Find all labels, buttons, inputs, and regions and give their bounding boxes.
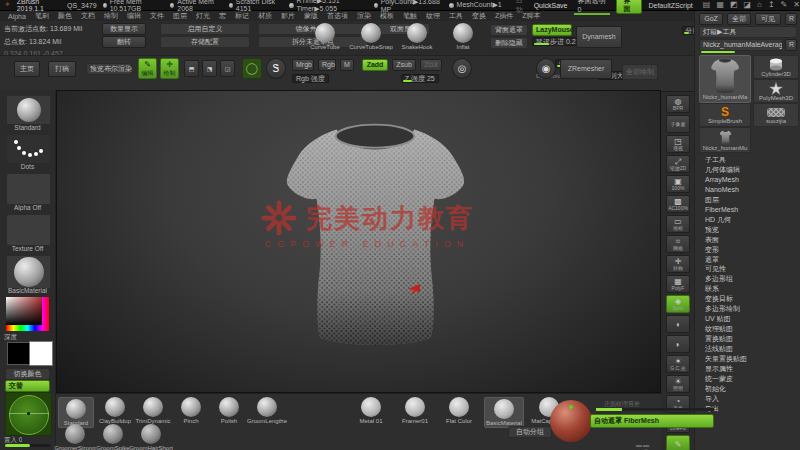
subpalette-item[interactable]: 变形 [705,245,799,255]
shelf-tool-button[interactable]: ▦ PolyF [666,275,690,293]
brush-item[interactable]: GroomHairShort [134,424,168,450]
auto-group-button[interactable]: 自动分组 [508,426,552,438]
current-material-button[interactable] [6,255,51,289]
zsub-button[interactable]: Zsub [392,59,416,71]
lightbox-tool-bar[interactable]: 灯箱▶工具 [699,26,797,38]
rotate-mode-button[interactable]: ◲ [220,60,235,77]
rgb-intensity-slider[interactable]: Rgb 强度 [292,74,329,83]
brush-item[interactable]: Pinch [174,397,208,424]
shelf-tool-button[interactable]: ✎ [666,435,690,450]
subpalette-item[interactable]: ArrayMesh [705,175,799,185]
shelf-tool-button[interactable]: 子像素 [666,115,690,133]
tool-thumb-shirt2[interactable]: Nickz_humanMu [699,127,751,153]
automask-fibermesh-button[interactable]: 自动遮罩 FiberMesh [590,414,714,428]
brush-item[interactable]: ClayBuildup [98,397,132,424]
shelf-tool-button[interactable]: ◗ [666,335,690,353]
edit-mode-button[interactable]: ✎编辑 [138,58,157,79]
user-icon[interactable]: ◩ [730,1,738,9]
lazymouse-button[interactable]: LazyMouse [532,24,572,36]
quicksave-button[interactable]: QuickSave [534,2,568,9]
menu-item[interactable]: 笔刷 [35,11,49,21]
subpalette-item[interactable]: 多边形绘制 [705,304,799,314]
brush-item[interactable]: GroomSpike [96,424,130,450]
z-intensity-slider[interactable]: Z 强度 25 [401,74,439,83]
delete-hidden-button[interactable]: 删除隐藏 [490,37,528,49]
draw-size-icon[interactable]: ◎ [452,58,472,79]
move-mode-button[interactable]: ⬒ [184,60,199,77]
enable-custom-button[interactable]: 启用自定义 [160,23,250,35]
brush-item[interactable]: GroomerStrong [58,424,92,450]
goz-visible-button[interactable]: 可见 [755,13,781,25]
shelf-tool-button[interactable]: ✶ G.C.光 [666,355,690,373]
tab-draft[interactable]: 打稿 [48,61,76,77]
subpalette-item[interactable]: 子工具 [705,155,799,165]
upload-icon[interactable]: ↥ [768,1,775,9]
home-icon[interactable]: ⌂ [757,1,762,9]
subpalette-item[interactable]: 几何体编辑 [705,165,799,175]
material-item[interactable]: Flat Color [440,397,478,424]
shelf-tool-button[interactable]: ◖ [666,315,690,333]
brush-shortcut[interactable]: Inflat [446,23,480,50]
shelf-tool-button[interactable]: ☀ 照明 [666,375,690,393]
ui-opacity-slider[interactable]: 界面透明 0 [574,0,611,15]
current-tool-button[interactable]: Nickz_humanMaleAverage_ [699,39,783,51]
tool-r-button[interactable]: R [785,39,797,51]
subpalette-item[interactable]: NanoMesh [705,185,799,195]
shelf-tool-button[interactable]: ◈ Sync [666,295,690,313]
sculptris-pro-toggle[interactable]: ◯ [242,58,262,79]
dynamesh-button[interactable]: Dynamesh [576,26,622,48]
zadd-button[interactable]: Zadd [362,59,388,71]
zscript-label[interactable]: DefaultZScript [648,2,692,9]
remesh-icon-button[interactable]: ◉ [536,58,556,79]
goz-all-button[interactable]: 全部 [727,13,751,25]
subpalette-item[interactable]: 导出 [705,404,799,414]
sv-square[interactable] [6,297,42,325]
doc-scrollbar[interactable]: ▬▬ ▲▼ [636,442,662,450]
subpalette-item[interactable]: 图层 [705,195,799,205]
memory2-icon[interactable]: ▦ [716,1,724,9]
tool-thumb-polymesh[interactable]: PolyMesh3D [753,79,799,103]
subpalette-item[interactable]: 置换贴图 [705,334,799,344]
tool-thumb-cylinder[interactable]: Cylinder3D [753,55,799,79]
goz-button[interactable]: GoZ [699,13,723,25]
subpalette-item[interactable]: 变换目标 [705,294,799,304]
subpalette-item[interactable]: 显示属性 [705,364,799,374]
nav-sphere-widget[interactable] [5,392,52,436]
users-icon[interactable]: ◪ [744,1,752,9]
preview-boolean-button[interactable]: 预览布尔渲染 [86,63,132,75]
alt-button[interactable]: 交替 [5,380,50,392]
current-material-sphere[interactable] [550,400,592,442]
mrgb-button[interactable]: Mrgb [292,59,314,71]
current-texture-button[interactable] [6,214,51,246]
subpalette-item[interactable]: HD 几何 [705,215,799,225]
material-item[interactable]: Framer01 [396,397,434,424]
draw-all-button[interactable]: 全部绘制 [622,64,658,80]
shelf-tool-button[interactable]: ◳ 透视 [666,135,690,153]
tolerance-slider[interactable] [596,408,714,411]
tool-thumb-suozijia[interactable]: suozijia [753,103,799,127]
shelf-tool-button[interactable]: ▩ AC100% [666,195,690,213]
menu-item[interactable]: Alpha [8,13,26,20]
brush-shortcut[interactable]: CurveTubeSnap [354,23,388,50]
memory-icon[interactable]: ▤ [703,1,711,9]
menu-item[interactable]: 颜色 [58,11,72,21]
subpalette-item[interactable]: 多边形组 [705,274,799,284]
count-display-button[interactable]: 数量显示 [102,23,146,35]
subpalette-item[interactable]: 纹理贴图 [705,324,799,334]
brush-shortcut[interactable]: CurveTube [308,23,342,50]
tab-home[interactable]: 主页 [14,61,40,77]
draw-mode-button[interactable]: ✛绘制 [160,58,179,79]
current-brush-button[interactable] [6,95,51,125]
color-picker[interactable] [6,297,49,331]
close-icon[interactable]: ✕ [793,1,800,9]
store-config-button[interactable]: 存储配置 [160,36,250,48]
brush-shortcut[interactable]: SnakeHook [400,23,434,50]
flip-button[interactable]: 翻转 [102,36,146,48]
subpalette-item[interactable]: 法线贴图 [705,344,799,354]
subpalette-item[interactable]: 初始化 [705,384,799,394]
shelf-tool-button[interactable]: ▣ 100% [666,175,690,193]
scale-mode-button[interactable]: ⬔ [202,60,217,77]
main-color-swatch[interactable] [7,342,30,365]
material-item[interactable]: Metal 01 [352,397,390,424]
subpalette-item[interactable]: FiberMesh [705,205,799,215]
